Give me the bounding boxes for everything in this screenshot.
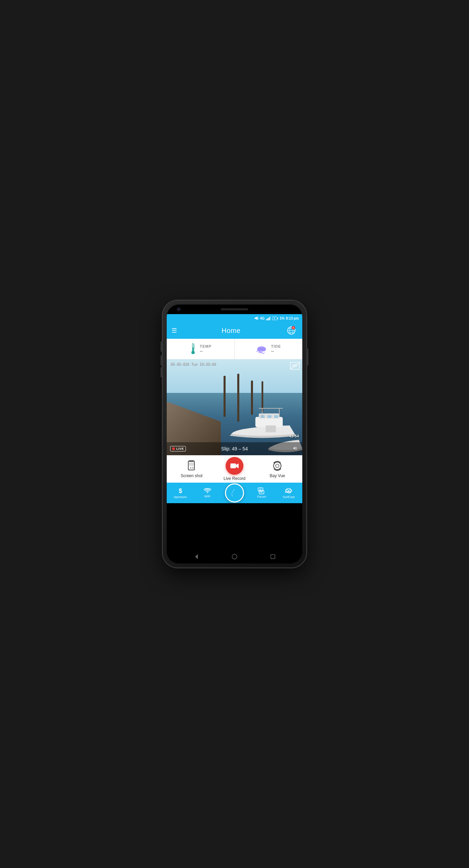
marina-scene	[167, 359, 302, 455]
screenshot-icon	[186, 460, 198, 472]
dollar-icon: $	[177, 487, 184, 495]
globe-icon-button[interactable]	[285, 324, 297, 337]
svg-rect-60	[271, 555, 275, 559]
weather-bar: TEMP -- TIDE	[167, 339, 302, 359]
nav-surfcast[interactable]: SurfCast	[275, 483, 302, 503]
phone-screen-wrapper: 4G 1% 8:	[167, 305, 302, 563]
tide-icon	[256, 344, 268, 354]
mute-icon	[254, 316, 258, 320]
live-record-icon	[226, 457, 243, 475]
svg-rect-38	[189, 463, 194, 466]
android-nav	[167, 550, 302, 563]
svg-rect-2	[266, 319, 267, 320]
phone-device: 4G 1% 8:	[163, 300, 306, 568]
volume-icon[interactable]	[293, 446, 298, 452]
camera-view[interactable]: 05-05-020 Tue 10:39:00 HD 49-54	[167, 359, 302, 455]
globe-icon	[287, 326, 296, 335]
temp-value: --	[200, 348, 212, 354]
svg-point-39	[190, 467, 191, 469]
svg-point-59	[232, 554, 237, 559]
action-buttons: Screen shot Live Record	[167, 455, 302, 483]
svg-rect-3	[267, 318, 268, 320]
battery-icon	[272, 317, 278, 320]
app-title: Home	[221, 327, 240, 335]
status-bar: 4G 1% 8:	[167, 314, 302, 322]
wifi-label: WiFi	[204, 495, 211, 498]
thermometer-icon	[189, 342, 197, 356]
phone-screen: 4G 1% 8:	[167, 314, 302, 550]
svg-rect-7	[277, 318, 278, 319]
hd-badge: HD	[290, 362, 300, 370]
forum-label: Forum	[257, 495, 266, 498]
live-record-button[interactable]: Live Record	[213, 457, 256, 481]
home-circle-icon	[231, 554, 238, 560]
time-label: 8:13 pm	[286, 317, 299, 320]
front-camera	[177, 308, 180, 311]
svg-marker-43	[236, 463, 239, 468]
speaker-grille	[221, 308, 248, 310]
screenshot-label: Screen shot	[181, 473, 203, 478]
svg-text:$: $	[179, 487, 182, 494]
slip-center-label: Slip: 49 – 54	[221, 446, 248, 451]
svg-point-18	[191, 351, 195, 354]
temp-text-group: TEMP --	[200, 344, 212, 354]
tide-text-group: TIDE --	[271, 344, 281, 354]
wifi-icon	[204, 488, 211, 494]
home-fab-button[interactable]	[225, 483, 244, 503]
camera-slip-overlay: 49-54	[289, 434, 299, 438]
home-button[interactable]	[230, 553, 239, 561]
hd-badge-container: HD	[290, 362, 300, 370]
svg-rect-42	[230, 463, 236, 468]
live-badge: LIVE	[170, 446, 186, 451]
temp-widget: TEMP --	[167, 339, 235, 359]
network-label: 4G	[260, 317, 264, 320]
bay-vue-icon	[271, 460, 283, 472]
bay-vue-label: Bay Vue	[270, 473, 285, 478]
temp-label: TEMP	[200, 344, 212, 348]
svg-point-25	[261, 347, 266, 351]
svg-point-55	[286, 488, 291, 492]
svg-point-45	[276, 464, 279, 468]
recents-icon	[270, 554, 276, 559]
phone-top-bar	[167, 305, 302, 314]
app-bar: ☰ Home	[167, 322, 302, 339]
status-bar-icons: 4G 1% 8:	[254, 316, 299, 320]
forum-icon	[258, 487, 265, 494]
svg-rect-30	[274, 415, 278, 418]
sponsors-label: Sponsors	[174, 495, 187, 499]
hamburger-menu-icon[interactable]: ☰	[172, 327, 177, 334]
recents-button[interactable]	[269, 553, 277, 561]
battery-label: 1%	[280, 317, 284, 320]
nav-wifi[interactable]: WiFi	[194, 483, 221, 503]
surfcast-label: SurfCast	[283, 495, 295, 499]
svg-rect-29	[267, 415, 271, 418]
nav-forum[interactable]: Forum	[248, 483, 275, 503]
tide-widget: TIDE --	[235, 339, 303, 359]
signal-icon	[266, 317, 271, 320]
live-dot	[172, 447, 175, 450]
svg-rect-4	[269, 317, 270, 320]
tide-value: --	[271, 348, 281, 354]
svg-point-15	[293, 327, 294, 328]
back-button[interactable]	[192, 553, 200, 561]
bay-vue-button[interactable]: Bay Vue	[256, 460, 299, 478]
nav-sponsors[interactable]: $ Sponsors	[167, 483, 194, 503]
svg-rect-5	[270, 317, 271, 320]
live-record-label: Live Record	[224, 476, 245, 481]
svg-marker-58	[195, 554, 198, 559]
camera-timestamp: 05-05-020 Tue 10:39:00	[170, 362, 215, 366]
bottom-nav: $ Sponsors WiFi	[167, 483, 302, 503]
back-icon	[193, 554, 199, 560]
svg-rect-37	[189, 460, 194, 462]
camera-bottom-bar: LIVE Slip: 49 – 54	[167, 442, 302, 455]
waterdrop-icon	[229, 486, 240, 499]
tide-label: TIDE	[271, 344, 281, 348]
live-text: LIVE	[176, 447, 184, 450]
surfcast-icon	[284, 487, 293, 495]
svg-rect-8	[272, 317, 273, 320]
screenshot-button[interactable]: Screen shot	[170, 460, 213, 478]
